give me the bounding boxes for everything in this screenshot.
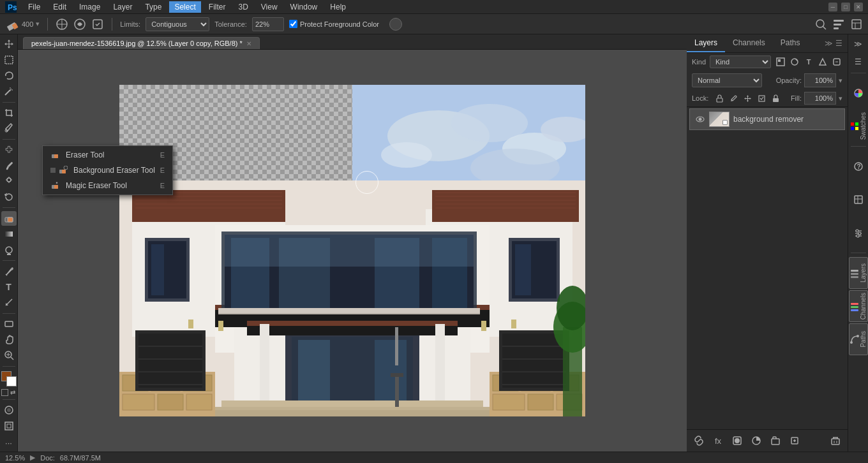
rectangle-tool[interactable] — [1, 317, 17, 332]
collapsed-swatches-panel[interactable]: Swatches — [849, 110, 868, 142]
bg-eraser-tool-item[interactable]: Background Eraser Tool E — [43, 163, 172, 178]
mask-mode-btn[interactable] — [1, 403, 17, 418]
canvas-viewport[interactable] — [18, 50, 687, 452]
brush-mode-icon[interactable] — [56, 18, 68, 31]
tolerance-input[interactable] — [252, 17, 284, 31]
restore-button[interactable]: □ — [841, 3, 850, 11]
menu-edit[interactable]: Edit — [48, 1, 71, 13]
add-layer-btn[interactable] — [788, 434, 802, 448]
add-mask-btn[interactable] — [730, 434, 744, 448]
default-colors-btn[interactable] — [1, 389, 8, 396]
fill-dropdown[interactable]: ▾ — [839, 94, 842, 103]
lock-all-btn[interactable] — [770, 92, 781, 104]
expand-panel-btn[interactable]: ≫ — [851, 37, 865, 51]
lasso-tool[interactable] — [1, 68, 17, 83]
layer-row[interactable]: background remover — [689, 108, 845, 130]
eyedropper-tool[interactable] — [1, 121, 17, 136]
menu-layer[interactable]: Layer — [108, 1, 137, 13]
lock-artboard-btn[interactable] — [756, 92, 767, 104]
brush-tool[interactable] — [1, 158, 17, 173]
menu-3d[interactable]: 3D — [233, 1, 253, 13]
brush-settings-btn[interactable] — [389, 18, 402, 31]
lock-brush-btn[interactable] — [728, 92, 739, 104]
brush-mode3-icon[interactable] — [91, 18, 104, 31]
menu-file[interactable]: File — [23, 1, 45, 13]
magic-wand-tool[interactable] — [1, 84, 17, 99]
link-layers-btn[interactable] — [692, 434, 706, 448]
menu-window[interactable]: Window — [285, 1, 323, 13]
menu-view[interactable]: View — [256, 1, 283, 13]
minimize-button[interactable]: ─ — [828, 3, 837, 11]
menu-help[interactable]: Help — [325, 1, 351, 13]
add-adjustment-btn[interactable] — [749, 434, 763, 448]
pen-tool[interactable] — [1, 264, 17, 279]
status-arrow[interactable]: ▶ — [30, 453, 35, 462]
collapsed-adjustments-panel[interactable] — [849, 217, 868, 249]
move-tool[interactable] — [1, 37, 17, 52]
svg-rect-173 — [851, 306, 858, 308]
switch-colors-btn[interactable]: ⇄ — [10, 389, 17, 396]
tab-paths[interactable]: Paths — [773, 34, 808, 52]
eraser-tool[interactable] — [1, 211, 17, 226]
kind-select[interactable]: Kind — [710, 55, 771, 68]
hand-tool[interactable] — [1, 332, 17, 347]
limits-select[interactable]: Contiguous Discontiguous Find Edges — [146, 17, 209, 31]
menu-filter[interactable]: Filter — [204, 1, 231, 13]
expand-icon[interactable] — [850, 18, 863, 31]
type-filter-icon[interactable]: T — [803, 56, 814, 68]
svg-point-141 — [735, 438, 740, 443]
eraser-tool-item[interactable]: Eraser Tool E — [43, 147, 172, 163]
menu-image[interactable]: Image — [74, 1, 105, 13]
protect-fg-checkbox[interactable]: Protect Foreground Color — [289, 20, 379, 28]
heal-tool[interactable] — [1, 143, 17, 158]
collapsed-color-panel[interactable] — [849, 77, 868, 109]
adjustment-filter-icon[interactable] — [789, 56, 800, 68]
lock-pixels-btn[interactable] — [714, 92, 725, 104]
brush-mode2-icon[interactable] — [73, 18, 86, 31]
shape-filter-icon[interactable] — [817, 56, 828, 68]
tab-channels[interactable]: Channels — [725, 34, 773, 52]
color-swatches[interactable] — [1, 371, 17, 387]
frame-btn[interactable] — [1, 419, 17, 434]
dodge-tool[interactable] — [1, 242, 17, 257]
fill-input[interactable] — [804, 92, 836, 105]
brush-dropdown[interactable]: ▾ — [36, 20, 40, 28]
tab-layers[interactable]: Layers — [687, 34, 725, 52]
gradient-tool[interactable] — [1, 227, 17, 242]
opacity-dropdown[interactable]: ▾ — [839, 77, 842, 85]
collapsed-learn-panel[interactable]: ? — [849, 151, 868, 182]
opacity-input[interactable] — [804, 73, 836, 87]
history-tool[interactable] — [1, 190, 17, 205]
panel-tab-more[interactable]: ≫ ☰ — [819, 36, 848, 50]
arrange-icon[interactable] — [832, 18, 845, 31]
layer-visibility-btn[interactable] — [695, 114, 705, 124]
menu-select[interactable]: Select — [169, 1, 200, 13]
panel-options-btn[interactable]: ☰ — [852, 55, 864, 69]
smart-filter-icon[interactable] — [831, 56, 842, 68]
collapsed-libraries-panel[interactable] — [849, 184, 868, 216]
delete-layer-btn[interactable] — [828, 434, 842, 448]
collapsed-paths-panel[interactable]: Paths — [849, 323, 868, 355]
document-tab[interactable]: pexels-juan-mendez-1536619.jpg @ 12.5% (… — [23, 37, 260, 49]
path-selection-tool[interactable] — [1, 295, 17, 310]
collapsed-layers-panel[interactable]: Layers — [849, 257, 868, 289]
clone-tool[interactable] — [1, 174, 17, 189]
zoom-tool[interactable] — [1, 348, 17, 363]
protect-fg-check[interactable] — [289, 20, 297, 28]
crop-tool[interactable] — [1, 105, 17, 120]
close-tab-btn[interactable]: ✕ — [246, 40, 251, 47]
add-style-btn[interactable]: fx — [711, 434, 725, 448]
search-icon[interactable] — [814, 18, 827, 31]
menu-type[interactable]: Type — [140, 1, 167, 13]
type-tool[interactable]: T — [1, 280, 17, 295]
pixel-filter-icon[interactable] — [775, 56, 786, 68]
lock-move-btn[interactable] — [742, 92, 753, 104]
blend-mode-select[interactable]: Normal — [692, 73, 762, 87]
collapsed-channels-panel[interactable]: Channels — [849, 290, 868, 322]
magic-eraser-item[interactable]: Magic Eraser Tool E — [43, 178, 172, 193]
more-tools-btn[interactable]: ··· — [1, 437, 17, 449]
background-color[interactable] — [6, 376, 17, 386]
close-button[interactable]: ✕ — [854, 3, 863, 11]
add-group-btn[interactable] — [768, 434, 782, 448]
marquee-tool[interactable] — [1, 53, 17, 68]
